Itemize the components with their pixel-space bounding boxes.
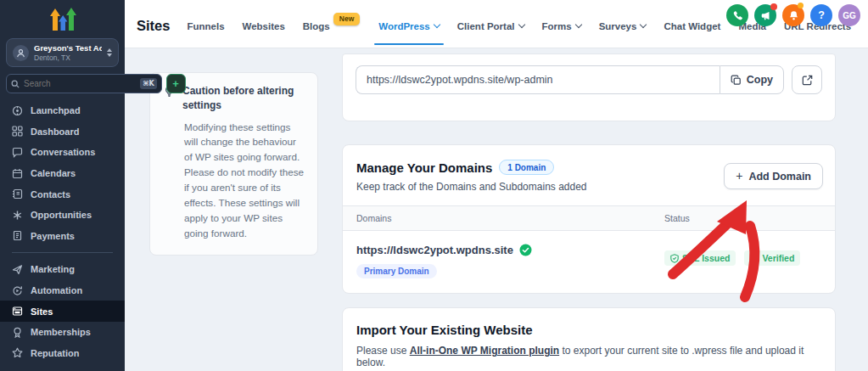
notifications-button[interactable]	[782, 4, 804, 26]
tab-label: Funnels	[187, 21, 224, 31]
sidebar-item-label: Marketing	[31, 264, 75, 274]
star-icon	[12, 347, 23, 358]
new-badge: New	[333, 13, 360, 25]
search-input[interactable]	[24, 79, 136, 88]
avatar-initials: GG	[843, 11, 856, 20]
shield-check-icon	[670, 254, 679, 263]
plus-icon: +	[736, 169, 742, 183]
tab-label: WordPress	[378, 21, 430, 31]
chevron-down-icon	[518, 21, 524, 28]
sidebar-item-label: Sites	[31, 306, 53, 317]
sidebar-item-dashboard[interactable]: Dashboard	[0, 121, 125, 143]
account-location: Denton, TX	[34, 53, 102, 62]
tab-label: Websites	[243, 21, 285, 31]
sidebar-item-launchpad[interactable]: Launchpad	[0, 100, 125, 121]
phone-button[interactable]	[726, 4, 748, 26]
domains-title: Manage Your Domains	[356, 160, 492, 175]
open-external-button[interactable]	[792, 65, 822, 94]
page-title: Sites	[137, 18, 170, 34]
domain-count-badge: 1 Domain	[499, 160, 554, 175]
account-switcher[interactable]: Greyson's Test Acco... Denton, TX	[6, 38, 119, 67]
sidebar-item-payments[interactable]: Payments	[0, 226, 125, 247]
copy-label: Copy	[747, 74, 773, 86]
user-avatar[interactable]: GG	[838, 4, 860, 26]
column-header-status: Status	[664, 213, 821, 223]
search-shortcut-kbd: ⌘K	[140, 78, 157, 89]
sidebar-item-reputation[interactable]: Reputation	[0, 343, 125, 364]
tab-wordpress[interactable]: WordPress	[378, 3, 440, 50]
tab-chat-widget[interactable]: Chat Widget	[664, 3, 720, 50]
tab-funnels[interactable]: Funnels	[187, 3, 224, 50]
sidebar-item-label: Dashboard	[31, 126, 79, 137]
caution-card: Caution before altering settings Modifyi…	[149, 72, 318, 256]
migration-plugin-link[interactable]: All-in-One WP Migration plugin	[410, 345, 559, 357]
add-domain-label: Add Domain	[748, 171, 811, 183]
copy-icon	[731, 75, 742, 86]
tab-blogs[interactable]: Blogs New	[303, 3, 361, 50]
import-description: Please use All-in-One WP Migration plugi…	[356, 345, 821, 368]
tab-client-portal[interactable]: Client Portal	[457, 3, 524, 50]
sidebar-item-contacts[interactable]: Contacts	[0, 183, 125, 205]
external-link-icon	[802, 75, 813, 86]
sidebar-item-label: Memberships	[31, 327, 91, 337]
sidebar-item-automation[interactable]: Automation	[0, 280, 125, 301]
sidebar-item-label: Launchpad	[31, 105, 81, 115]
sidebar-item-conversations[interactable]: Conversations	[0, 142, 125, 163]
sidebar-item-opportunities[interactable]: Opportunities	[0, 205, 125, 226]
tab-forms[interactable]: Forms	[542, 3, 581, 50]
check-icon	[750, 255, 759, 262]
sidebar-item-sites[interactable]: Sites	[0, 301, 125, 322]
sidebar-search[interactable]: ⌘K	[6, 74, 162, 93]
opportunities-icon	[12, 210, 23, 221]
account-switch-chevrons-icon	[107, 48, 112, 57]
sidebar-item-memberships[interactable]: Memberships	[0, 322, 125, 343]
launchpad-icon	[12, 105, 23, 116]
sidebar-item-calendars[interactable]: Calendars	[0, 163, 125, 184]
domain-table-row[interactable]: https://ldswc2ypot.wpdns.site Primary Do…	[343, 231, 835, 293]
sidebar-item-label: Reputation	[31, 348, 79, 358]
tab-label: Blogs	[303, 21, 330, 31]
add-domain-button[interactable]: + Add Domain	[724, 163, 823, 189]
account-name: Greyson's Test Acco...	[34, 43, 102, 53]
sidebar-item-label: Conversations	[31, 147, 95, 157]
sidebar-item-marketing[interactable]: Marketing	[0, 259, 125, 280]
sidebar-item-label: Automation	[31, 285, 82, 295]
highlevel-logo-icon	[0, 0, 125, 35]
verified-status-badge: Verified	[744, 250, 800, 266]
domains-table-header: Domains Status	[343, 205, 835, 231]
ssl-status-label: SSL Issued	[682, 253, 730, 263]
notification-dot	[798, 3, 804, 8]
automation-icon	[12, 285, 23, 296]
calendar-icon	[12, 168, 23, 179]
wp-admin-url-input[interactable]	[356, 65, 720, 94]
tab-label: Chat Widget	[664, 21, 720, 31]
ssl-status-badge: SSL Issued	[664, 250, 736, 266]
tab-label: Forms	[542, 21, 572, 31]
caution-title: Caution before altering settings	[182, 84, 305, 113]
sidebar-item-label: Payments	[31, 231, 75, 241]
chat-bubble-icon	[12, 147, 23, 158]
sites-icon	[12, 306, 23, 317]
copy-button[interactable]: Copy	[720, 65, 784, 94]
caution-body: Modifying these settings will change the…	[163, 120, 305, 241]
announcements-button[interactable]	[754, 4, 776, 26]
megaphone-icon	[760, 10, 771, 21]
sidebar-nav: Launchpad Dashboard Conversations Calend…	[0, 100, 125, 363]
sidebar-divider	[12, 252, 113, 253]
dashboard-icon	[12, 126, 23, 137]
manage-domains-card: Manage Your Domains 1 Domain Keep track …	[342, 144, 836, 294]
chevron-down-icon	[434, 21, 440, 28]
tab-surveys[interactable]: Surveys	[599, 3, 647, 50]
import-website-card: Import Your Existing Website Please use …	[342, 307, 836, 371]
quick-add-button[interactable]: +	[166, 74, 186, 93]
tab-websites[interactable]: Websites	[243, 3, 285, 50]
membership-medal-icon	[12, 327, 23, 338]
contacts-icon	[12, 188, 23, 200]
import-title: Import Your Existing Website	[356, 323, 821, 337]
account-avatar	[13, 45, 29, 61]
import-text-before: Please use	[356, 345, 410, 357]
verified-status-label: Verified	[762, 253, 794, 263]
domain-url[interactable]: https://ldswc2ypot.wpdns.site	[356, 244, 513, 256]
help-button[interactable]: ?	[810, 4, 832, 26]
check-circle-icon	[519, 244, 532, 256]
